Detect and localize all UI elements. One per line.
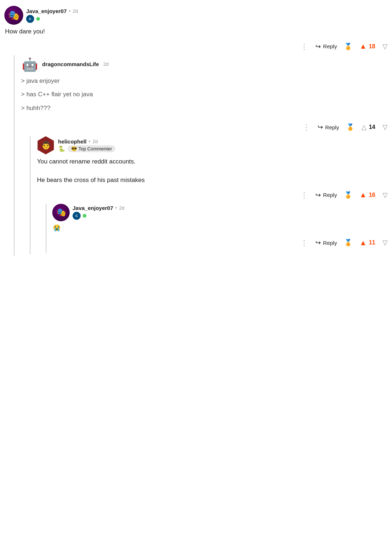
award-icon: 🏅 [344,43,352,50]
upvote-arrow-icon: ▲ [359,191,367,199]
more-button[interactable]: ⋮ [303,123,310,132]
upvote-arrow-icon: ▲ [359,239,367,247]
award-button[interactable]: 🏅 [346,123,354,131]
user-info: dragoncommandsLife 2d [42,61,109,68]
reply-button[interactable]: ↩ Reply [318,123,339,131]
online-indicator [36,17,40,21]
downvote-button[interactable]: ▽ [383,123,388,131]
award-button[interactable]: 🏅 [344,43,352,50]
more-button[interactable]: ⋮ [301,42,308,51]
top-commenter-icon: 😎 [71,146,77,151]
timestamp: 2d [119,205,124,211]
header-line: Java_enjoyer07 • 2d [73,205,124,211]
online-indicator [83,214,86,218]
upvote-button[interactable]: ▲ 11 [359,239,375,247]
award-button[interactable]: 🏅 [344,191,352,199]
reply-icon: ↩ [318,123,323,131]
comment-actions: ⋮ ↩ Reply 🏅 ▲ 18 ▽ [4,39,388,55]
cpp-flair-icon: C [73,212,81,220]
comment-actions: ⋮ ↩ Reply 🏅 ▲ 16 [36,188,388,204]
comment-4-header: Java_enjoyer07 • 2d C [52,204,388,221]
top-commenter-badge: 😎 Top Commenter [68,145,115,152]
comment-body: 😭 [53,223,388,233]
comment-body: > java enjoyer > has C++ flair yet no ja… [21,76,388,117]
thread-indent-2: 👨 helicophell • 2d 🐍 [30,136,388,254]
username: Java_enjoyer07 [26,8,67,14]
username: dragoncommandsLife [42,61,99,67]
upvote-button[interactable]: ▲ 16 [359,191,375,199]
upvote-button[interactable]: △ 14 [362,123,375,131]
avatar: 👨 [37,136,55,154]
reply-icon: ↩ [315,43,321,50]
reply-icon: ↩ [315,239,321,247]
comment-thread: Java_enjoyer07 • 2d C How dare you! ⋮ ↩ … [0,0,392,256]
downvote-button[interactable]: ▽ [383,239,388,247]
vote-count: 18 [369,43,375,50]
comment-2: 🤖 dragoncommandsLife 2d > java enjoyer >… [20,55,388,255]
downvote-button[interactable]: ▽ [383,191,388,199]
header-line: Java_enjoyer07 • 2d [26,8,78,14]
python-flair-icon: 🐍 [58,145,65,152]
timestamp: 2d [93,139,98,144]
award-button[interactable]: 🏅 [344,239,352,247]
vote-count: 16 [369,192,375,198]
avatar [52,204,70,221]
comment-actions: ⋮ ↩ Reply 🏅 △ 14 ▽ [20,120,388,136]
vote-count: 14 [369,124,375,130]
username: helicophell [58,138,86,145]
username: Java_enjoyer07 [73,205,113,211]
upvote-button[interactable]: ▲ 18 [359,42,375,50]
reply-icon: ↩ [315,191,321,199]
cpp-flair-icon: C [26,15,34,23]
comment-3: 👨 helicophell • 2d 🐍 [36,136,388,253]
award-icon: 🏅 [346,123,354,131]
comment-2-header: 🤖 dragoncommandsLife 2d [20,55,388,74]
award-icon: 🏅 [344,191,352,199]
thread-indent-1: 🤖 dragoncommandsLife 2d > java enjoyer >… [14,55,388,256]
comment-1-header: Java_enjoyer07 • 2d C [4,6,388,25]
user-info: helicophell • 2d 🐍 😎 Top Commenter [58,138,115,152]
vote-count: 11 [369,239,375,246]
header-line: helicophell • 2d [58,138,115,145]
comment-body: How dare you! [5,27,388,36]
thread-indent-3: Java_enjoyer07 • 2d C [46,204,388,253]
timestamp: 2d [103,61,109,67]
upvote-arrow-icon: ▲ [359,42,367,50]
more-button[interactable]: ⋮ [301,191,308,199]
avatar: 🤖 [22,57,38,72]
header-line: dragoncommandsLife 2d [42,61,109,67]
upvote-arrow-icon: △ [362,123,367,131]
downvote-arrow-icon: ▽ [383,43,388,50]
comment-1: Java_enjoyer07 • 2d C How dare you! ⋮ ↩ … [4,6,388,256]
user-info: Java_enjoyer07 • 2d C [73,205,124,220]
downvote-arrow-icon: ▽ [383,191,388,199]
more-button[interactable]: ⋮ [301,238,308,247]
comment-body: You cannot rename reddit accounts. He be… [37,157,388,185]
award-icon: 🏅 [344,239,352,247]
comment-4: Java_enjoyer07 • 2d C [52,204,388,252]
comment-actions: ⋮ ↩ Reply 🏅 ▲ [52,235,388,251]
downvote-button[interactable]: ▽ [383,43,388,50]
downvote-arrow-icon: ▽ [383,239,388,247]
reply-button[interactable]: ↩ Reply [315,43,337,50]
reply-button[interactable]: ↩ Reply [315,191,337,199]
avatar [4,6,23,25]
reply-button[interactable]: ↩ Reply [315,239,337,247]
downvote-arrow-icon: ▽ [383,123,388,131]
user-info: Java_enjoyer07 • 2d C [26,8,78,23]
timestamp: 2d [73,8,78,14]
comment-3-header: 👨 helicophell • 2d 🐍 [36,136,388,155]
